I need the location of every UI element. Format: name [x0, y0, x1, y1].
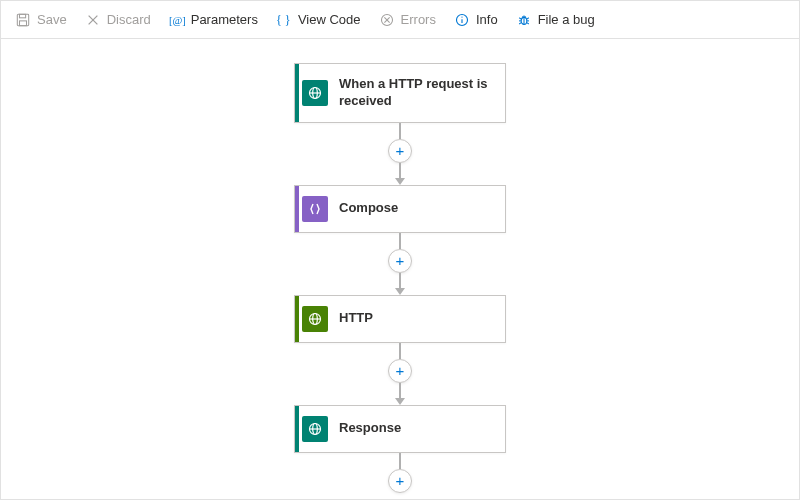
- node-title: When a HTTP request is received: [331, 64, 505, 122]
- svg-line-15: [519, 17, 521, 18]
- info-label: Info: [476, 12, 498, 27]
- add-step-button[interactable]: +: [388, 359, 412, 383]
- save-label: Save: [37, 12, 67, 27]
- svg-rect-1: [20, 14, 26, 18]
- svg-line-19: [519, 22, 521, 23]
- add-step-button[interactable]: +: [388, 249, 412, 273]
- action-node-http[interactable]: HTTP: [294, 295, 506, 343]
- node-icon-cell: [299, 296, 331, 342]
- response-icon: [302, 416, 328, 442]
- parameters-icon: [@]: [169, 12, 185, 28]
- connector-arrow: [395, 383, 405, 405]
- node-icon-cell: [299, 186, 331, 232]
- connector-line: [399, 233, 401, 249]
- errors-button[interactable]: Errors: [373, 7, 446, 33]
- svg-text:[@]: [@]: [169, 14, 185, 25]
- add-step-button[interactable]: +: [388, 469, 412, 493]
- info-icon: [454, 12, 470, 28]
- save-icon: [15, 12, 31, 28]
- parameters-label: Parameters: [191, 12, 258, 27]
- designer-canvas[interactable]: When a HTTP request is received + Compos…: [1, 39, 799, 499]
- discard-button[interactable]: Discard: [79, 7, 161, 33]
- connector: +: [388, 233, 412, 295]
- add-step-button[interactable]: +: [388, 139, 412, 163]
- save-button[interactable]: Save: [9, 7, 77, 33]
- node-icon-cell: [299, 64, 331, 122]
- code-icon: { }: [276, 12, 292, 28]
- errors-icon: [379, 12, 395, 28]
- svg-point-12: [461, 16, 462, 17]
- connector-line: [399, 453, 401, 469]
- connector-arrow: [395, 163, 405, 185]
- connector: +: [388, 123, 412, 185]
- connector-end: +: [388, 453, 412, 493]
- discard-label: Discard: [107, 12, 151, 27]
- svg-line-20: [526, 22, 528, 23]
- action-node-response[interactable]: Response: [294, 405, 506, 453]
- http-trigger-icon: [302, 80, 328, 106]
- trigger-node-http-request[interactable]: When a HTTP request is received: [294, 63, 506, 123]
- flow: When a HTTP request is received + Compos…: [1, 63, 799, 493]
- discard-icon: [85, 12, 101, 28]
- connector-line: [399, 343, 401, 359]
- parameters-button[interactable]: [@] Parameters: [163, 7, 268, 33]
- toolbar: Save Discard [@] Parameters { } View Cod…: [1, 1, 799, 39]
- compose-icon: [302, 196, 328, 222]
- connector-arrow: [395, 273, 405, 295]
- node-icon-cell: [299, 406, 331, 452]
- file-bug-label: File a bug: [538, 12, 595, 27]
- action-node-compose[interactable]: Compose: [294, 185, 506, 233]
- node-title: Response: [331, 406, 413, 452]
- view-code-label: View Code: [298, 12, 361, 27]
- info-button[interactable]: Info: [448, 7, 508, 33]
- http-action-icon: [302, 306, 328, 332]
- view-code-button[interactable]: { } View Code: [270, 7, 371, 33]
- bug-icon: [516, 12, 532, 28]
- svg-rect-2: [20, 20, 27, 25]
- errors-label: Errors: [401, 12, 436, 27]
- svg-text:{ }: { }: [276, 13, 291, 27]
- connector: +: [388, 343, 412, 405]
- node-title: HTTP: [331, 296, 385, 342]
- node-title: Compose: [331, 186, 410, 232]
- file-bug-button[interactable]: File a bug: [510, 7, 605, 33]
- svg-line-16: [526, 17, 528, 18]
- connector-line: [399, 123, 401, 139]
